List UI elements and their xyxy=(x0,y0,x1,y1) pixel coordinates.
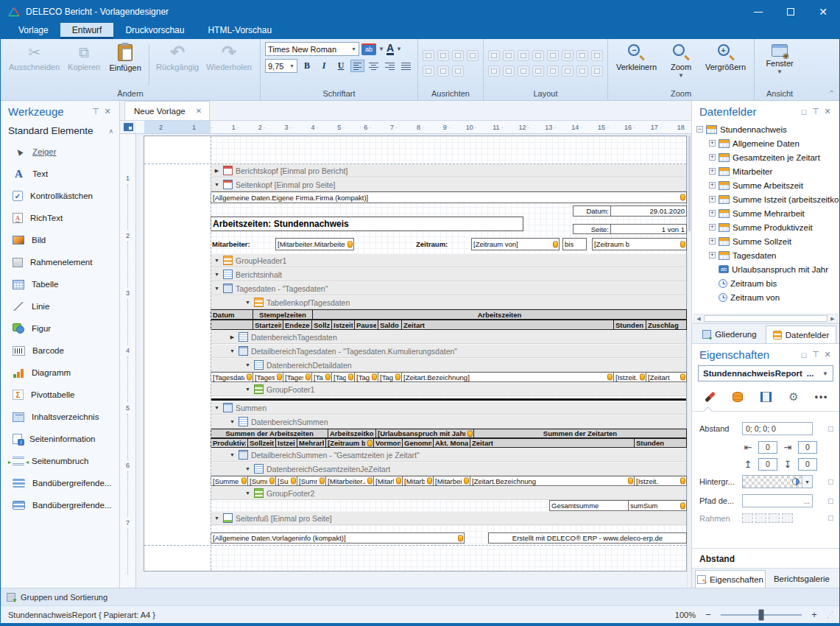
font-color-button[interactable]: A xyxy=(387,43,394,55)
zoom-out-button[interactable]: − xyxy=(703,609,713,620)
toolbox-section-header[interactable]: Standard Elemente∧ xyxy=(1,121,119,141)
tree-item[interactable]: Urlaubsanspruch mit Jahr xyxy=(692,262,839,276)
toolbox-item-pivot[interactable]: Pivottabelle xyxy=(1,384,119,406)
property-marker[interactable] xyxy=(828,499,833,504)
table-header-cell[interactable]: Stunden xyxy=(613,320,646,330)
field-cell[interactable]: [Zeitraum von] xyxy=(471,238,560,250)
align-right-button[interactable] xyxy=(383,60,397,72)
field-cell[interactable]: [Summe xyxy=(297,476,326,486)
field-cell[interactable]: [Zeitraum b xyxy=(592,238,687,250)
band-expanded-icon[interactable]: ▼ xyxy=(229,419,236,424)
table-header-cell[interactable]: Sollzeit xyxy=(311,320,332,330)
toolbox-item-text[interactable]: Text xyxy=(1,163,119,185)
band-expanded-icon[interactable]: ▼ xyxy=(244,300,251,305)
size-to-grid-icon[interactable] xyxy=(488,50,500,61)
static-label[interactable]: Mitarbeiter: xyxy=(211,238,275,250)
highlight-color-button[interactable]: ab xyxy=(361,43,376,55)
same-size-icon[interactable] xyxy=(532,50,544,61)
border-none-icon[interactable] xyxy=(742,513,753,523)
tree-item[interactable]: +Mitarbeiter xyxy=(692,164,839,178)
field-cell[interactable]: [Allgemeine Daten.Eigene Firma.Firma (ko… xyxy=(211,191,687,203)
scroll-left-icon[interactable]: ◀ xyxy=(694,316,703,322)
maximize-panel-icon[interactable]: □ xyxy=(798,108,810,116)
band-berichtskopf[interactable]: ▶Berichtskopf [Einmal pro Bericht] xyxy=(211,163,686,177)
field-cell[interactable]: Gesamtsumme xyxy=(549,500,629,511)
band-seitenkopf[interactable]: ▼Seitenkopf [Einmal pro Seite] xyxy=(211,177,686,191)
collapse-icon[interactable]: − xyxy=(696,126,703,133)
tab-gliederung[interactable]: Gliederung xyxy=(695,326,764,343)
expand-icon[interactable]: + xyxy=(709,252,716,259)
band-expanded-icon[interactable]: ▼ xyxy=(213,272,220,277)
center-horizontal-icon[interactable] xyxy=(547,66,559,77)
field-cell[interactable]: [Mitarbeiter.Arbe xyxy=(325,476,374,486)
table-header-cell[interactable]: Zuschlag xyxy=(646,320,687,330)
table-header-cell[interactable]: Produktivzeit xyxy=(211,438,248,448)
paste-button[interactable]: Einfügen xyxy=(105,42,146,72)
vertical-scrollbar[interactable] xyxy=(687,134,691,588)
toolbox-item-table[interactable]: Tabelle xyxy=(1,273,119,295)
band-collapsed-icon[interactable]: ▶ xyxy=(229,334,236,340)
align-tops-icon[interactable] xyxy=(423,66,434,77)
object-selector[interactable]: StundennachweisReport ... ▼ xyxy=(698,365,833,381)
field-cell[interactable]: [Summe Pro xyxy=(211,476,248,486)
align-bottoms-icon[interactable] xyxy=(452,66,464,77)
table-header-cell[interactable]: Startzeit xyxy=(253,320,283,330)
toolbox-item-barcode[interactable]: Barcode xyxy=(1,340,119,362)
maximize-button[interactable] xyxy=(774,1,807,23)
field-cell[interactable]: [Tagesdaten.D xyxy=(211,372,253,382)
scroll-right-icon[interactable]: ▶ xyxy=(828,316,837,322)
band-expanded-icon[interactable]: ▼ xyxy=(213,405,220,410)
zoom-in-button[interactable]: + Vergrößern xyxy=(702,42,749,71)
groups-sorting-bar[interactable]: Gruppen und Sortierung xyxy=(1,588,839,605)
field-cell[interactable]: 1 von 1 xyxy=(610,224,687,234)
tree-item[interactable]: −Stundennachweis xyxy=(692,122,839,136)
ribbon-tab-entwurf[interactable]: Entwurf xyxy=(60,23,114,39)
band-detailbereich-tagesdaten[interactable]: ▼DetailbereichTagesdaten - "Tagesdaten.K… xyxy=(211,344,686,358)
table-header-cell[interactable]: Zeitart xyxy=(470,438,635,448)
field-cell[interactable]: [Tagesd xyxy=(283,372,312,382)
align-justify-button[interactable] xyxy=(399,60,413,72)
center-vertical-icon[interactable] xyxy=(562,66,573,77)
zoom-out-button[interactable]: − Verkleinern xyxy=(613,42,660,71)
ribbon-tab-vorlage[interactable]: Vorlage xyxy=(7,23,60,39)
same-width-icon[interactable] xyxy=(503,50,515,61)
field-cell[interactable]: [Mitarbeiter.Mitarbeiter oh xyxy=(275,238,354,250)
ruler-origin-icon[interactable] xyxy=(120,121,136,133)
band-expanded-icon[interactable]: ▼ xyxy=(213,286,220,291)
expand-icon[interactable]: + xyxy=(709,224,716,231)
expand-icon[interactable]: + xyxy=(709,238,716,245)
h-spacing-icon[interactable] xyxy=(547,50,559,61)
report-title-field[interactable]: Arbeitszeiten: Stundennachweis xyxy=(211,217,523,231)
v-spacing-inc-icon[interactable] xyxy=(503,66,515,77)
minimize-button[interactable]: — xyxy=(742,1,774,23)
band-groupfooter2[interactable]: ▼GroupFooter2 xyxy=(211,486,686,500)
margin-left-input[interactable]: 0 xyxy=(758,441,777,454)
align-left-button[interactable] xyxy=(350,60,364,72)
ribbon-tab-druckvorschau[interactable]: Druckvorschau xyxy=(113,23,196,39)
toolbox-item-pageinfo[interactable]: Seiteninformation xyxy=(1,428,119,450)
band-expanded-icon[interactable]: ▼ xyxy=(244,466,251,471)
field-cell[interactable]: [Zeitart xyxy=(646,372,687,382)
field-cell[interactable]: [Tages xyxy=(354,372,378,382)
align-to-grid-icon[interactable] xyxy=(423,50,434,61)
italic-button[interactable]: I xyxy=(317,59,331,73)
field-cell[interactable]: [Tagesd xyxy=(253,372,283,382)
table-header-cell[interactable]: Summen der Arbeitszeiten xyxy=(211,429,328,438)
tree-item[interactable]: +Summe Istzeit (arbeitszeitkonto xyxy=(692,192,839,206)
field-cell[interactable]: [Mitarbeit xyxy=(402,476,434,486)
copy-button[interactable]: ⧉ Kopieren xyxy=(63,42,105,71)
table-header-cell[interactable]: Genommen xyxy=(402,438,434,448)
field-cell[interactable]: [Sum xyxy=(275,476,297,486)
field-cell[interactable]: [Istzeit. xyxy=(634,476,687,486)
h-spacing-remove-icon[interactable] xyxy=(591,50,603,61)
tree-item[interactable]: Zeitraum von xyxy=(692,290,839,304)
table-header-cell[interactable]: Pause xyxy=(354,320,378,330)
expand-icon[interactable]: + xyxy=(709,168,716,175)
table-header-cell[interactable]: Arbeitszeitkonto xyxy=(328,429,376,438)
behavior-category-button[interactable]: ⚙ xyxy=(786,390,801,404)
table-header-cell[interactable]: Stempelzeiten xyxy=(253,309,313,320)
tree-item[interactable]: Zeitraum bis xyxy=(692,276,839,290)
property-marker[interactable] xyxy=(828,426,833,432)
ribbon-tab-html-vorschau[interactable]: HTML-Vorschau xyxy=(196,23,283,39)
band-datenbereich-summen[interactable]: ▼DatenbereichSummen xyxy=(211,415,686,429)
